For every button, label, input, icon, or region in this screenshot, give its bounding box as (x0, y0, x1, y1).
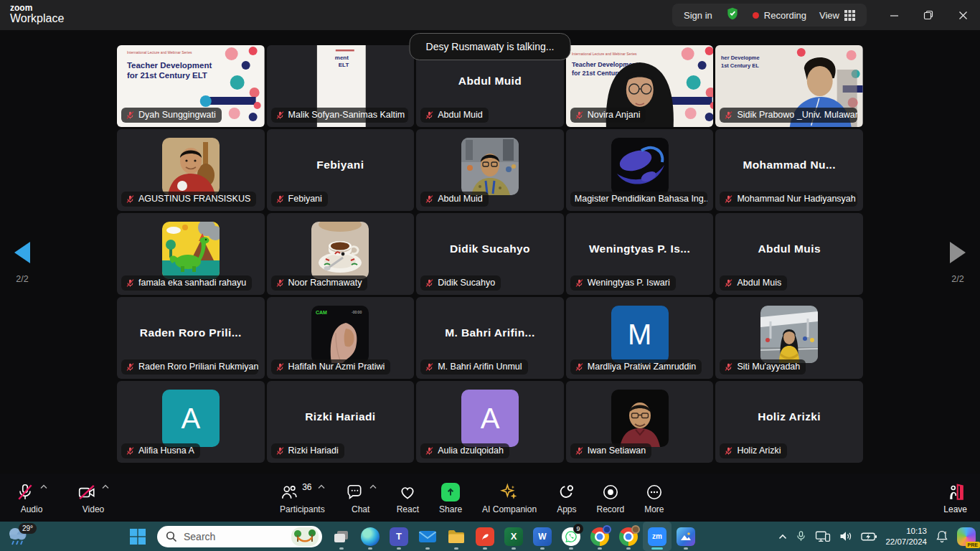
participant-tile[interactable]: International Lecture and Webinar Series… (117, 45, 265, 127)
participant-tile[interactable]: FebiyaniFebiyani (267, 129, 415, 211)
search-highlight-image[interactable] (291, 527, 319, 546)
participant-tile[interactable]: Weningtyas P. Is...Weningtyas P. Iswari (566, 213, 714, 295)
camera-view-photo: CAM-00:00 (311, 306, 369, 363)
taskbar-zoom-app[interactable]: zm (643, 522, 672, 551)
record-icon (601, 483, 620, 501)
participant-tile[interactable]: Mohammad Nu...Mohammad Nur Hadiyansyah (715, 129, 863, 211)
letter-avatar: M (611, 306, 669, 363)
audio-options-chevron[interactable] (40, 484, 47, 489)
sign-in-button[interactable]: Sign in (684, 10, 712, 21)
temperature-badge: 29° (19, 523, 37, 534)
chat-chevron[interactable] (369, 484, 377, 489)
taskbar-mail-app[interactable] (413, 522, 442, 551)
share-button[interactable]: Share (439, 474, 462, 522)
minimize-button[interactable] (877, 0, 911, 30)
tray-battery-icon[interactable] (861, 532, 877, 542)
muted-mic-icon (126, 362, 135, 372)
participant-name: Alifia Husna A (138, 446, 194, 456)
participant-tile[interactable]: Iwan Setiawan (566, 381, 714, 463)
react-button[interactable]: React (397, 474, 419, 522)
tray-display-icon[interactable] (815, 530, 831, 543)
ai-companion-button[interactable]: AI Companion (482, 474, 537, 522)
recording-dot-icon (753, 12, 759, 19)
muted-mic-icon (275, 362, 285, 372)
participant-tile[interactable]: Magister Pendidikan Bahasa Ing... (566, 129, 714, 211)
leave-button[interactable]: Leave (943, 474, 967, 522)
tray-speaker-icon[interactable] (839, 530, 853, 542)
taskbar-photos-app[interactable] (672, 522, 700, 551)
svg-text:her Developme: her Developme (721, 55, 760, 61)
taskbar-pdf-app[interactable] (471, 522, 499, 551)
taskbar-chrome-app-1[interactable] (585, 522, 614, 551)
participant-tile[interactable]: Siti Mu'ayyadah (715, 297, 863, 379)
apps-button[interactable]: Apps (557, 474, 576, 522)
participant-tile[interactable]: Noor Rachmawaty (267, 213, 415, 295)
muted-mic-icon (724, 110, 733, 120)
taskbar-word-app[interactable]: W (528, 522, 557, 551)
participant-tile[interactable]: mentELTMalik Sofyan-Sanimas Kaltim (267, 45, 415, 127)
participant-tile[interactable]: Didik SucahyoDidik Sucahyo (416, 213, 564, 295)
recording-indicator: Recording (753, 10, 806, 21)
more-button[interactable]: More (644, 474, 664, 522)
participant-tile[interactable]: M. Bahri Arifin...M. Bahri Arifin Unmul (416, 297, 564, 379)
participant-name-label: Rizki Hariadi (271, 443, 344, 458)
security-shield-icon[interactable] (725, 6, 740, 24)
video-options-chevron[interactable] (102, 484, 109, 489)
svg-text:CAM: CAM (316, 310, 327, 315)
next-page-arrow[interactable] (948, 241, 967, 264)
participant-tile[interactable]: CAM-00:00Hafifah Nur Azmi Pratiwi (267, 297, 415, 379)
weather-widget[interactable]: 29° (6, 524, 37, 549)
view-button[interactable]: View (819, 10, 855, 21)
video-button[interactable]: Video (77, 474, 109, 522)
hidden-icons-chevron[interactable] (778, 534, 787, 540)
participant-tile[interactable]: Raden Roro Prili...Raden Roro Priliani R… (117, 297, 265, 379)
taskbar-edge-app[interactable] (356, 522, 385, 551)
participant-center-name: Mohammad Nu... (715, 129, 863, 201)
muted-mic-icon (275, 278, 285, 288)
logo-zoom: zoom (10, 4, 64, 13)
participant-tile[interactable]: International Lecture and Webinar Series… (566, 45, 714, 127)
notifications-bell-icon[interactable]: z (935, 529, 949, 544)
restore-button[interactable] (911, 0, 946, 30)
taskbar-clock[interactable]: 10:13 22/07/2024 (885, 526, 927, 547)
copilot-icon[interactable]: PRE (957, 527, 976, 546)
participant-name-label: Abdul Muis (720, 276, 787, 291)
taskbar-teams-app[interactable]: T (385, 522, 413, 551)
participant-tile[interactable]: Abdul MuisAbdul Muis (715, 213, 863, 295)
muted-mic-icon (724, 362, 733, 372)
participant-tile[interactable]: Rizki HariadiRizki Hariadi (267, 381, 415, 463)
participant-tile[interactable]: AAlifia Husna A (117, 381, 265, 463)
participant-tile[interactable]: AGUSTINUS FRANSISKUS (117, 129, 265, 211)
participant-name: Raden Roro Priliani Rukmiyanti (138, 362, 258, 372)
participant-tile[interactable]: AAulia dzulqoidah (416, 381, 564, 463)
close-button[interactable] (946, 0, 980, 30)
zoom-workplace-logo: zoom Workplace (10, 4, 64, 24)
participant-tile[interactable]: Abdul Muid (416, 129, 564, 211)
taskbar-desktop-app[interactable] (327, 522, 356, 551)
participant-name-label: Didik Sucahyo (420, 276, 501, 291)
start-button[interactable] (123, 522, 152, 551)
participants-button[interactable]: 36 Participants (280, 474, 325, 522)
muted-mic-icon (275, 110, 285, 120)
participants-icon (280, 483, 298, 501)
participant-tile[interactable]: MMardliya Pratiwi Zamruddin (566, 297, 714, 379)
audio-button[interactable]: Audio (16, 474, 47, 522)
taskbar-whatsapp-app[interactable]: 9 (557, 522, 585, 551)
muted-mic-icon (425, 446, 434, 456)
participant-tile[interactable]: Holiz ArizkiHoliz Arizki (715, 381, 863, 463)
taskbar-excel-app[interactable]: X (499, 522, 528, 551)
participant-tile[interactable]: her Developme1st Century ELSidik Prabowo… (715, 45, 863, 127)
taskbar-file-explorer-app[interactable] (442, 522, 471, 551)
participant-name: Mohammad Nur Hadiyansyah (737, 194, 855, 204)
tray-mic-icon[interactable] (795, 530, 807, 542)
participants-chevron[interactable] (318, 484, 325, 489)
participant-name: M. Bahri Arifin Unmul (438, 362, 522, 372)
record-button[interactable]: Record (597, 474, 625, 522)
muted-mic-icon (126, 446, 135, 456)
search-input[interactable]: Search (157, 526, 322, 547)
participant-tile[interactable]: famala eka sanhadi rahayu (117, 213, 265, 295)
previous-page-arrow[interactable] (13, 241, 32, 264)
chat-button[interactable]: Chat (345, 474, 377, 522)
taskbar-chrome-app-2[interactable] (614, 522, 643, 551)
excel-icon: X (504, 527, 523, 546)
